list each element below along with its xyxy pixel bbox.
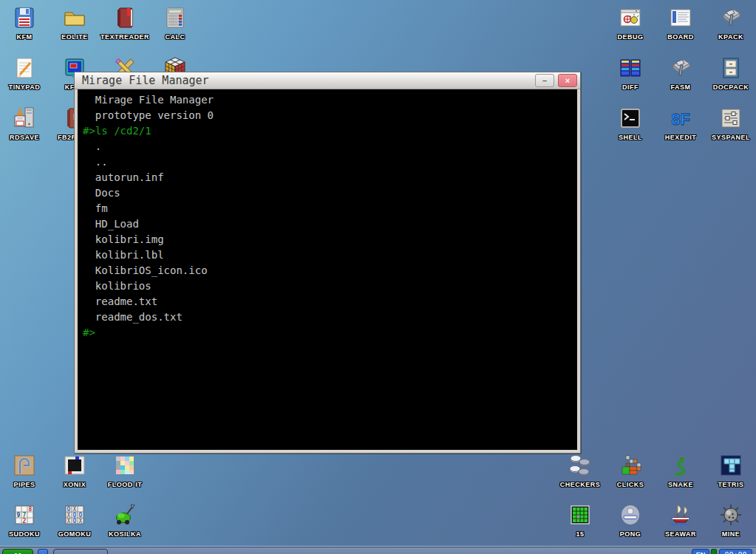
desktop-icon-label: TINYPAD [0,83,50,91]
desktop-icon-label: GOMOKU [50,530,100,538]
svg-text:O: O [73,518,77,524]
notepad-pencil-icon [13,56,36,80]
desktop-icon-rdsave[interactable]: RDSAVE [0,106,50,141]
console-line-command: #> [83,325,577,341]
desktop-icon-label: MINE [706,530,756,538]
taskbar: M ▴ EN 00:00 [0,546,756,554]
desktop-icon-snake[interactable]: SNAKE [655,454,706,488]
desktop-icon-calc[interactable]: CALC [150,6,200,41]
console-line-output: HD_Load [83,216,577,232]
desktop-icon-label: SHELL [605,134,655,141]
desktop-icon-diff[interactable]: DIFF [605,56,655,91]
window-title: Mirage File Manager [82,74,209,87]
checkers-pieces-icon [568,454,592,477]
close-button[interactable]: × [558,74,577,87]
language-indicator[interactable]: EN [692,549,709,554]
desktop-icon-seawar[interactable]: SEAWAR [655,503,706,538]
desktop-icon-label: PONG [605,530,655,538]
window-titlebar[interactable]: Mirage File Manager – × [75,72,580,89]
console-line-output: Docs [83,185,577,201]
sliders-panel-icon [719,106,743,130]
desktop-icon-eolite[interactable]: EOLITE [50,6,100,41]
console-line-output: . [83,139,577,154]
console-line-output: kolibri.lbl [83,247,577,263]
desktop-icon-hexedit[interactable]: 8FHEXEDIT [655,106,706,141]
console-line-output: kolibrios [83,278,577,294]
desktop-icon-debug[interactable]: DEBUG [605,6,655,41]
desktop-icon-fasm[interactable]: FASM [655,56,706,91]
desktop-icon-shell[interactable]: SHELL [605,106,655,141]
gomoku-grid-icon: OXXOOXOX [63,503,86,527]
message-board-icon [669,6,692,30]
svg-text:2: 2 [23,518,27,524]
desktop-icon-tinypad[interactable]: TINYPAD [0,56,50,91]
console-line-output: readme.txt [83,294,577,310]
pipe-icon [13,454,36,477]
svg-text:X: X [79,518,83,524]
console-line-output: prototype version 0 [83,108,577,123]
desktop-icon-pipes[interactable]: PIPES [0,454,50,488]
svg-text:9: 9 [17,512,21,519]
svg-text:X: X [67,518,71,524]
desktop-icon-label: CLICKS [605,481,655,488]
desktop-icon-flood-it[interactable]: FLOOD-IT [100,454,150,488]
desktop-icon-pong[interactable]: PONG [605,503,655,538]
red-book-icon [113,6,137,30]
cpu-indicator[interactable] [711,549,717,554]
chip-hammer-icon [719,6,743,30]
calculator-icon [163,6,187,30]
desktop-icon-label: KOSILKA [100,530,150,538]
pong-paddle-icon [619,503,642,527]
desktop-icon-label: DEBUG [605,33,655,41]
folder-icon [63,6,86,30]
console-line-output: readme_dos.txt [83,310,577,325]
language-indicator-label: EN [696,551,706,554]
desktop-icon-kosilka[interactable]: KOSILKA [100,503,150,538]
desktop-icon-label: XONIX [50,481,100,488]
desktop-icon-kpack[interactable]: KPACK [706,6,756,41]
desktop-icon-label: KFM [0,33,50,41]
launcher-button[interactable]: ▴ [38,549,48,554]
sailing-ship-icon [669,503,692,527]
desktop-icon-label: DOCPACK [706,83,756,91]
desktop-icon-label: 15 [555,530,605,538]
mirage-file-manager-window: Mirage File Manager – × Mirage File Mana… [74,72,581,454]
console-line-output: KolibriOS_icon.ico [83,263,577,278]
desktop-icon-label: CHECKERS [555,481,605,488]
xonix-board-icon [63,454,86,477]
taskbar-app-slot[interactable] [53,549,108,554]
floppy-disk-icon [13,6,36,30]
desktop-icon-xonix[interactable]: XONIX [50,454,100,488]
console-line-output: Mirage File Manager [83,92,577,108]
desktop-icon-label: KPACK [706,33,756,41]
chip-hammer-icon [669,56,692,80]
console-line-output: .. [83,154,577,170]
close-icon: × [565,76,570,85]
naval-mine-icon [719,503,743,527]
desktop-icon-mine[interactable]: MINE [706,503,756,538]
clock[interactable]: 00:00 [719,549,752,554]
desktop-icon-gomoku[interactable]: OXXOOXOXGOMOKU [50,503,100,538]
desktop-icon-clicks[interactable]: CLICKS [605,454,655,488]
desktop-icon-label: FLOOD-IT [100,481,150,488]
desktop-icon-15[interactable]: 15 [555,503,605,538]
snake-icon [669,454,692,477]
desktop-icon-tetris[interactable]: TETRIS [706,454,756,488]
minimize-button[interactable]: – [535,74,554,87]
desktop-icon-checkers[interactable]: CHECKERS [555,454,605,488]
terminal-console[interactable]: Mirage File Manager prototype version 0#… [78,89,577,450]
desktop-icon-label: DIFF [605,83,655,91]
fifteen-puzzle-icon [568,503,592,527]
menu-button[interactable]: M [2,549,33,554]
desktop-icon-label: SEAWAR [655,530,706,538]
desktop-icon-syspanel[interactable]: SYSPANEL [706,106,756,141]
desktop-icon-docpack[interactable]: DOCPACK [706,56,756,91]
ramdisk-save-icon [13,106,36,130]
desktop-icon-sudoku[interactable]: 8972SUDOKU [0,503,50,538]
desktop-icon-label: EOLITE [50,33,100,41]
desktop-icon-board[interactable]: BOARD [655,6,706,41]
color-blocks-icon [619,454,642,477]
desktop-icon-label: SNAKE [655,481,706,488]
desktop-icon-kfm[interactable]: KFM [0,6,50,41]
desktop-icon-textreader[interactable]: TEXTREADER [100,6,150,41]
